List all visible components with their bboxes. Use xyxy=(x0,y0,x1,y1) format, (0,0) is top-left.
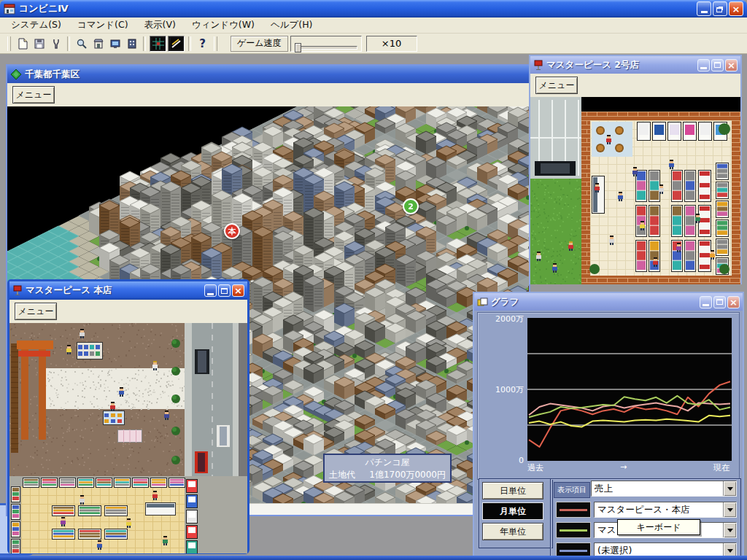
help-button[interactable]: ? xyxy=(194,36,211,52)
store-view-button[interactable] xyxy=(90,36,107,52)
tool-wrench-button[interactable] xyxy=(47,36,64,52)
store2-minimize-button[interactable] xyxy=(697,59,710,71)
menu-window[interactable]: ウィンドウ(W) xyxy=(184,18,263,33)
store2-window-icon xyxy=(533,60,543,71)
series1-value: マスターピース・本店 xyxy=(595,504,723,516)
menu-view[interactable]: 表示(V) xyxy=(136,18,184,33)
new-file-icon xyxy=(17,38,28,50)
store2-window-title: マスターピース 2号店 xyxy=(546,59,694,71)
honten-minimize-button[interactable] xyxy=(204,284,217,297)
graph-maximize-button[interactable] xyxy=(713,296,726,308)
land-info-tooltip: パチンコ屋 土地代 1億1700万0000円 xyxy=(323,454,452,483)
save-button[interactable] xyxy=(31,36,47,52)
zoom-button[interactable] xyxy=(73,36,90,52)
honten-close-button[interactable]: × xyxy=(232,284,244,297)
building-button[interactable] xyxy=(123,36,140,52)
app-icon xyxy=(4,3,15,15)
display-item-select[interactable]: 売上 xyxy=(591,481,737,497)
series1-select[interactable]: マスターピース・本店 xyxy=(594,502,737,518)
app-close-button[interactable]: × xyxy=(729,1,743,16)
toolbar-grip xyxy=(7,36,11,51)
menu-system[interactable]: システム(S) xyxy=(3,18,69,33)
tooltip-row-value: 1億1700万0000円 xyxy=(369,469,446,481)
app-restore-button[interactable] xyxy=(713,1,727,16)
store2-view xyxy=(530,97,740,284)
toolbar-grip xyxy=(214,36,217,51)
report-button[interactable] xyxy=(168,36,185,52)
toolbar-separator xyxy=(188,36,191,51)
app-title: コンビニⅣ xyxy=(19,2,693,15)
city-window-title: 千葉都千葉区 xyxy=(25,69,526,81)
series3-select[interactable]: (未選択) xyxy=(594,542,737,556)
store2-close-button[interactable]: × xyxy=(725,59,738,71)
legend-swatch-honten xyxy=(556,502,591,518)
app-minimize-button[interactable] xyxy=(697,1,711,16)
menu-command[interactable]: コマンド(C) xyxy=(69,18,136,33)
ytick-2000: 2000万 xyxy=(479,314,524,324)
land-grid-button[interactable] xyxy=(150,36,166,52)
store2-maximize-button[interactable] xyxy=(711,59,724,71)
city-window-icon xyxy=(10,69,22,80)
marker-label: 2 xyxy=(408,202,414,211)
honten-window-icon xyxy=(12,285,23,296)
map-marker-honten[interactable]: 本 xyxy=(224,223,240,239)
dropdown-arrow-icon[interactable] xyxy=(723,502,736,517)
xtick-arrow: → xyxy=(620,462,627,472)
graph-body: 2000万 1000万 0 過去 → 現在 日単位 月単位 年単位 表示項目 売… xyxy=(474,311,743,556)
graph-close-button[interactable]: × xyxy=(727,296,740,308)
monitor-button[interactable] xyxy=(107,36,123,52)
legend-swatch-unselected xyxy=(556,542,591,556)
tooltip-building-name: パチンコ屋 xyxy=(329,456,446,469)
graph-window: グラフ × 2000万 1000万 0 過去 → 現在 日単位 xyxy=(473,292,744,556)
new-file-button[interactable] xyxy=(14,36,31,52)
dropdown-arrow-icon[interactable] xyxy=(723,543,736,556)
store2-window: マスターピース 2号店 × メニュー xyxy=(529,55,742,284)
city-window-titlebar[interactable]: 千葉都千葉区 xyxy=(7,66,529,83)
map-marker-store2[interactable]: 2 xyxy=(403,198,419,214)
period-month-button[interactable]: 月単位 xyxy=(482,502,543,520)
app-menubar: システム(S) コマンド(C) 表示(V) ウィンドウ(W) ヘルプ(H) xyxy=(0,18,747,34)
mdi-workspace: 千葉都千葉区 メニュー 本 2 パチンコ屋 土地代 1億1700万0000円 xyxy=(0,54,747,556)
period-day-button[interactable]: 日単位 xyxy=(482,482,543,499)
app-window-bottom-border xyxy=(0,556,747,560)
honten-maximize-button[interactable] xyxy=(218,284,231,297)
wrench-icon xyxy=(50,38,62,50)
ytick-1000: 1000万 xyxy=(479,384,524,395)
dropdown-arrow-icon[interactable] xyxy=(723,523,736,537)
sales-chart xyxy=(527,318,732,461)
menu-help[interactable]: ヘルプ(H) xyxy=(263,18,321,33)
dropdown-arrow-icon[interactable] xyxy=(723,481,736,496)
honten-menu-strip: メニュー xyxy=(9,300,247,323)
magnifier-icon xyxy=(76,38,88,50)
sales-chart-plot xyxy=(527,318,732,461)
ytick-0: 0 xyxy=(479,456,524,465)
toolbar-separator xyxy=(143,36,146,51)
graph-minimize-button[interactable] xyxy=(700,296,712,308)
period-year-button[interactable]: 年単位 xyxy=(482,523,543,540)
honten-menu-button[interactable]: メニュー xyxy=(15,303,57,320)
store2-window-titlebar[interactable]: マスターピース 2号店 × xyxy=(530,56,740,74)
toolbar-separator xyxy=(67,36,70,51)
store2-menu-button[interactable]: メニュー xyxy=(535,77,578,94)
monitor-icon xyxy=(109,38,121,50)
graph-window-titlebar[interactable]: グラフ × xyxy=(474,293,743,311)
help-icon: ? xyxy=(199,37,206,50)
land-grid-icon xyxy=(152,38,164,50)
display-item-value: 売上 xyxy=(592,483,723,495)
store2-canvas[interactable] xyxy=(530,97,740,284)
legend-swatch-store2 xyxy=(556,522,591,538)
save-icon xyxy=(34,38,45,50)
xtick-past: 過去 xyxy=(527,462,543,473)
game-speed-slider[interactable] xyxy=(290,36,362,52)
xtick-now: 現在 xyxy=(713,462,729,473)
tooltip-row-label: 土地代 xyxy=(329,469,355,481)
honten-canvas[interactable] xyxy=(9,323,247,553)
building-icon xyxy=(126,38,138,50)
display-item-label: 表示項目 xyxy=(554,482,590,498)
store2-menu-strip: メニュー xyxy=(530,74,740,97)
slider-thumb[interactable] xyxy=(295,43,301,52)
honten-window-titlebar[interactable]: マスターピース 本店 × xyxy=(9,281,247,300)
store-icon xyxy=(93,38,104,50)
app-titlebar: コンビニⅣ × xyxy=(0,0,747,18)
city-menu-button[interactable]: メニュー xyxy=(12,86,55,104)
